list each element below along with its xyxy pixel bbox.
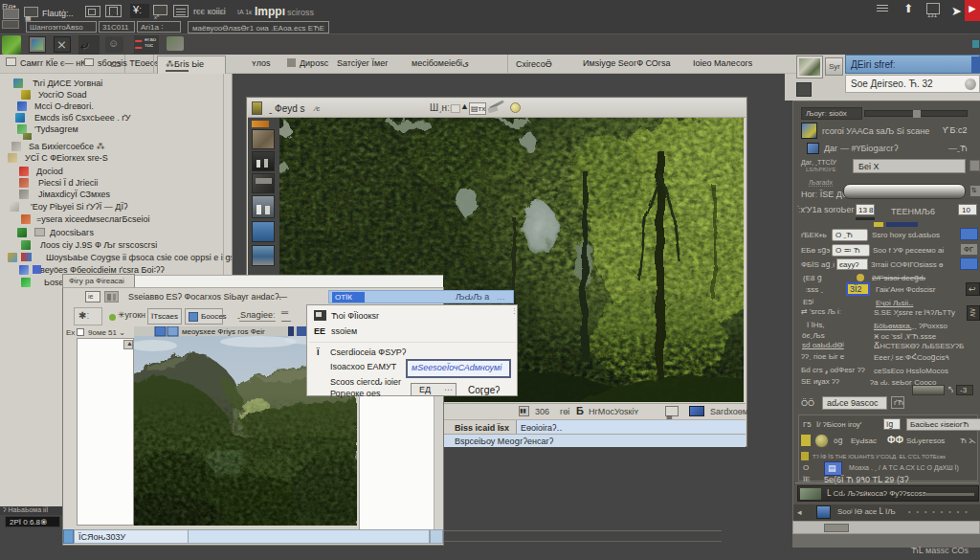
svg-text:меоуѕхее Фгіуѕ гоѕ Феіг: меоуѕхее Фгіуѕ гоѕ Феіг: [182, 327, 265, 336]
